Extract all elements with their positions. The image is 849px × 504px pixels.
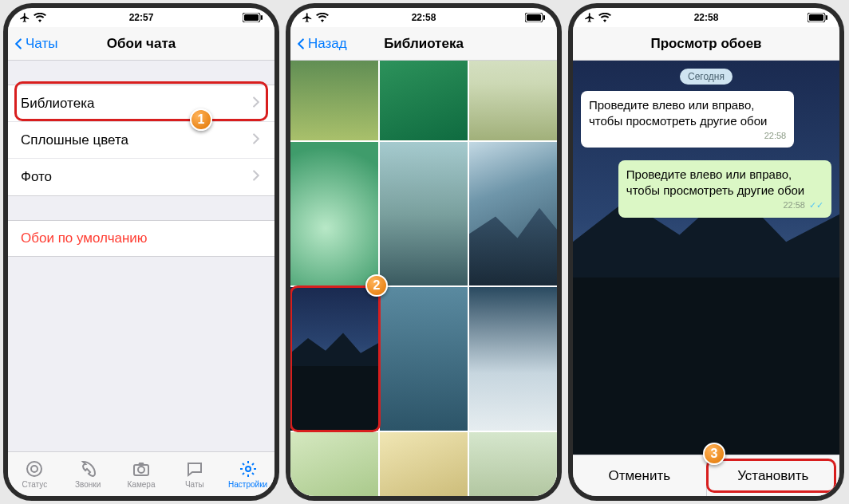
wallpaper-thumb[interactable] [469, 61, 557, 140]
bubble-time: 22:58 [589, 130, 786, 141]
wallpaper-preview[interactable]: Сегодня Проведите влево или вправо, чтоб… [573, 61, 839, 455]
wallpaper-thumb[interactable] [469, 142, 557, 285]
tab-camera[interactable]: Камера [115, 452, 168, 496]
bubble-text: Проведите влево или вправо, чтобы просмо… [626, 167, 804, 197]
wallpaper-thumb[interactable] [290, 61, 378, 140]
back-button[interactable]: Чаты [13, 36, 57, 52]
wifi-icon [34, 13, 46, 22]
status-time: 22:57 [129, 12, 154, 23]
wallpaper-thumb[interactable] [380, 61, 468, 140]
tab-calls[interactable]: Звонки [61, 452, 115, 496]
battery-icon [808, 13, 828, 22]
svg-rect-10 [543, 15, 545, 20]
wallpaper-thumb[interactable] [380, 432, 468, 496]
row-default-wallpaper[interactable]: Обои по умолчанию [8, 220, 274, 257]
bubble-text: Проведите влево или вправо, чтобы просмо… [589, 98, 767, 128]
tab-camera-label: Камера [128, 480, 156, 489]
row-photos[interactable]: Фото [8, 159, 274, 195]
wallpaper-thumb[interactable] [380, 287, 468, 431]
wallpaper-source-group: Библиотека Сплошные цвета Фото [8, 85, 274, 196]
battery-icon [525, 13, 546, 22]
status-bar: 22:58 [573, 8, 839, 27]
row-library[interactable]: Библиотека [8, 85, 274, 122]
airplane-mode-icon [302, 12, 313, 23]
read-ticks-icon: ✓✓ [807, 200, 823, 210]
row-solid-colors[interactable]: Сплошные цвета [8, 122, 274, 159]
chevron-right-icon [251, 132, 262, 148]
cancel-label: Отменить [608, 468, 670, 484]
svg-rect-1 [244, 14, 259, 21]
chevron-right-icon [251, 169, 262, 185]
row-solid-label: Сплошные цвета [21, 132, 128, 148]
status-time: 22:58 [412, 12, 436, 23]
status-bar: 22:57 [8, 8, 274, 27]
date-pill: Сегодня [680, 69, 733, 85]
svg-point-3 [27, 462, 41, 476]
wallpaper-thumb-selected[interactable] [290, 287, 378, 431]
airplane-mode-icon [584, 12, 595, 23]
nav-title: Просмотр обоев [573, 36, 839, 52]
nav-bar: Просмотр обоев [573, 27, 839, 61]
status-time: 22:58 [694, 12, 719, 23]
battery-icon [243, 13, 263, 22]
svg-rect-12 [809, 14, 823, 21]
settings-body: Библиотека Сплошные цвета Фото Обои по у… [8, 61, 274, 451]
wallpaper-thumb[interactable] [290, 142, 378, 285]
back-button[interactable]: Назад [295, 36, 347, 52]
tab-chats[interactable]: Чаты [168, 452, 221, 496]
back-label: Чаты [26, 36, 57, 52]
row-library-label: Библиотека [21, 96, 94, 112]
tab-status-label: Статус [22, 480, 48, 489]
wallpaper-thumb[interactable] [380, 142, 468, 285]
svg-rect-9 [527, 14, 541, 21]
row-photos-label: Фото [21, 169, 52, 185]
phone-panel-1: 22:57 Чаты Обои чата Библиотека Сплошные… [3, 3, 279, 501]
phone-panel-2: 22:58 Назад Библиотека [286, 3, 562, 501]
chat-bubble-incoming: Проведите влево или вправо, чтобы просмо… [581, 91, 794, 148]
set-label: Установить [737, 468, 808, 484]
tab-bar: Статус Звонки Камера Чаты Настройки [8, 451, 274, 496]
wallpaper-thumb[interactable] [290, 432, 378, 496]
tab-chats-label: Чаты [185, 480, 204, 489]
airplane-mode-icon [19, 12, 30, 23]
svg-rect-2 [261, 15, 263, 20]
set-button[interactable]: Установить [707, 455, 840, 496]
tab-status[interactable]: Статус [8, 452, 61, 496]
status-bar: 22:58 [290, 8, 557, 27]
chevron-right-icon [251, 96, 262, 112]
wifi-icon [316, 13, 329, 22]
wifi-icon [598, 13, 611, 22]
chat-bubble-outgoing: Проведите влево или вправо, чтобы просмо… [618, 160, 831, 217]
tab-settings-label: Настройки [228, 480, 267, 489]
wallpaper-grid[interactable] [290, 61, 557, 496]
wallpaper-thumb[interactable] [469, 287, 557, 431]
tab-calls-label: Звонки [75, 480, 101, 489]
svg-point-6 [138, 467, 144, 473]
tab-settings[interactable]: Настройки [221, 452, 274, 496]
back-label: Назад [308, 36, 347, 52]
preview-action-bar: Отменить Установить 3 [573, 455, 839, 496]
phone-panel-3: 22:58 Просмотр обоев Сегодня Проведите в… [568, 3, 844, 501]
cancel-button[interactable]: Отменить [573, 455, 706, 496]
nav-bar: Чаты Обои чата [8, 27, 274, 61]
bubble-time: 22:58 ✓✓ [626, 199, 823, 211]
svg-point-7 [246, 467, 251, 471]
svg-point-4 [31, 466, 38, 472]
wallpaper-thumb[interactable] [469, 432, 557, 496]
svg-rect-13 [826, 15, 827, 20]
row-default-label: Обои по умолчанию [21, 230, 148, 246]
nav-bar: Назад Библиотека [290, 27, 557, 61]
